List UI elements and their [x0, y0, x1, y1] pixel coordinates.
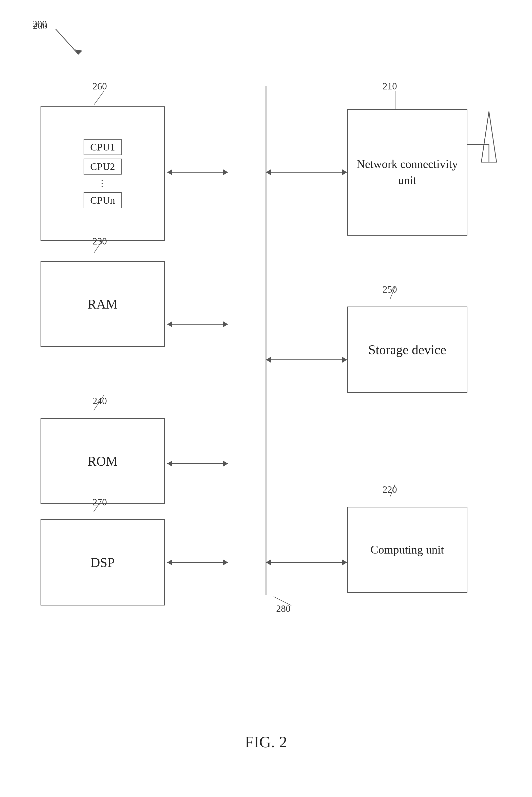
computing-box: Computing unit	[347, 507, 468, 593]
ref-label-200: 200	[33, 18, 47, 30]
ref-label-210: 210	[382, 80, 397, 92]
dsp-label: DSP	[91, 555, 114, 570]
svg-marker-5	[167, 169, 172, 175]
svg-marker-11	[167, 321, 172, 327]
svg-marker-14	[342, 357, 347, 363]
svg-marker-25	[481, 112, 496, 162]
computing-label: Computing unit	[370, 542, 444, 558]
storage-box: Storage device	[347, 306, 468, 393]
svg-line-0	[56, 29, 78, 55]
network-label: Network connectivity unit	[353, 156, 461, 189]
svg-line-27	[94, 91, 104, 105]
cpu1-label: CPU1	[83, 139, 121, 155]
figure-label: FIG. 2	[0, 733, 532, 752]
svg-marker-4	[223, 169, 228, 175]
ref-label-230: 230	[93, 235, 107, 247]
cpu2-label: CPU2	[83, 158, 121, 174]
ref-label-240: 240	[93, 395, 107, 406]
svg-marker-1	[75, 50, 82, 55]
dots: ⋮	[97, 178, 108, 189]
ref-label-280: 280	[276, 603, 290, 614]
svg-marker-19	[223, 559, 228, 566]
cpu-block-box: CPU1 CPU2 ⋮ CPUn	[40, 107, 165, 241]
ref-label-260: 260	[93, 80, 107, 92]
cpun-label: CPUn	[83, 192, 121, 208]
ram-box: RAM	[40, 261, 165, 347]
svg-marker-20	[167, 559, 172, 566]
svg-marker-13	[266, 357, 271, 363]
rom-box: ROM	[40, 418, 165, 504]
svg-marker-22	[266, 559, 271, 566]
dsp-box: DSP	[40, 519, 165, 606]
svg-marker-7	[266, 169, 271, 175]
svg-marker-23	[342, 559, 347, 566]
ref-label-250: 250	[382, 284, 397, 295]
svg-marker-17	[167, 460, 172, 467]
ref-label-270: 270	[93, 496, 107, 508]
network-box: Network connectivity unit	[347, 109, 468, 235]
rom-label: ROM	[88, 454, 117, 469]
diagram: 200	[0, 0, 532, 797]
svg-marker-10	[223, 321, 228, 327]
ref-label-220: 220	[382, 484, 397, 495]
ram-label: RAM	[88, 297, 117, 311]
storage-label: Storage device	[368, 342, 446, 357]
svg-marker-8	[342, 169, 347, 175]
svg-marker-16	[223, 460, 228, 467]
